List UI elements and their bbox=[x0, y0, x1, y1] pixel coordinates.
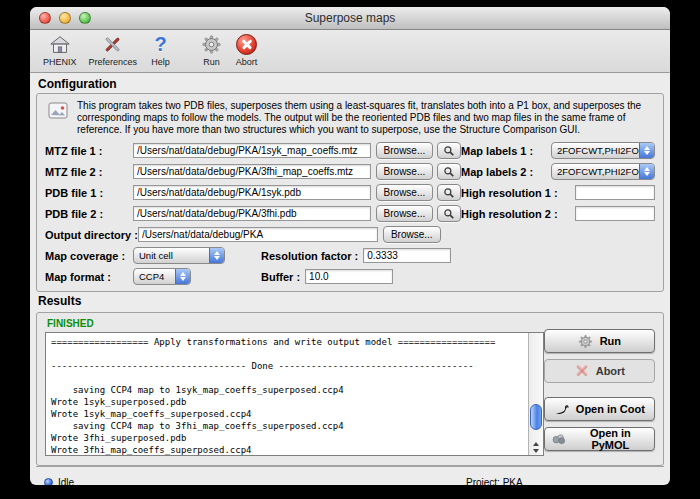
magnifier-icon bbox=[443, 187, 455, 199]
map-labels-2-label: Map labels 2 : bbox=[461, 166, 533, 178]
minimize-button[interactable] bbox=[59, 12, 71, 24]
console-scrollbar[interactable] bbox=[528, 333, 543, 455]
pdb-file-2-browse-button[interactable]: Browse... bbox=[376, 205, 434, 222]
map-labels-1-select[interactable]: 2FOFCWT,PHI2FOF... bbox=[551, 142, 655, 159]
status-indicator-icon bbox=[44, 478, 53, 486]
form-row-output-dir: Output directory : Browse... bbox=[45, 225, 655, 244]
output-directory-label: Output directory : bbox=[45, 229, 138, 241]
results-button-column: Run Abort Open in Coot bbox=[544, 317, 655, 457]
form-row-map-coverage: Map coverage : Unit cell Resolution fact… bbox=[45, 246, 655, 265]
toolbar: PHENIX Preferences ? Help bbox=[30, 30, 670, 73]
toolbar-label: Abort bbox=[236, 57, 258, 67]
magnifier-icon bbox=[443, 166, 455, 178]
preferences-icon bbox=[101, 33, 124, 56]
popup-value: 2FOFCWT,PHI2FOF... bbox=[552, 166, 639, 177]
scrollbar-arrows[interactable] bbox=[529, 442, 543, 453]
pdb-file-2-input[interactable] bbox=[133, 206, 371, 221]
mtz-file-2-browse-button[interactable]: Browse... bbox=[376, 163, 434, 180]
mtz-file-1-input[interactable] bbox=[133, 143, 371, 158]
scrollbar-thumb[interactable] bbox=[530, 404, 542, 430]
map-coverage-label: Map coverage : bbox=[45, 250, 133, 262]
high-resolution-2-group: High resolution 2 : bbox=[461, 206, 655, 221]
finished-status: FINISHED bbox=[47, 318, 544, 329]
magnifier-icon bbox=[443, 208, 455, 220]
form-row-pdb-2: PDB file 2 : Browse... High resolution 2… bbox=[45, 204, 655, 223]
high-resolution-1-label: High resolution 1 : bbox=[461, 187, 558, 199]
map-labels-2-select[interactable]: 2FOFCWT,PHI2FOF... bbox=[551, 163, 655, 180]
pdb-file-2-label: PDB file 2 : bbox=[45, 208, 133, 220]
program-description-row: This program takes two PDB files, superp… bbox=[47, 100, 655, 136]
console-output[interactable]: ================== Apply transformations… bbox=[46, 333, 543, 455]
traffic-lights bbox=[39, 12, 91, 24]
map-labels-1-label: Map labels 1 : bbox=[461, 145, 533, 157]
pdb-file-1-label: PDB file 1 : bbox=[45, 187, 133, 199]
toolbar-item-help[interactable]: ? Help bbox=[144, 32, 177, 68]
popup-arrows-icon bbox=[639, 164, 654, 179]
project-label: Project: PKA bbox=[466, 477, 523, 486]
high-resolution-2-label: High resolution 2 : bbox=[461, 208, 558, 220]
map-labels-1-group: Map labels 1 : 2FOFCWT,PHI2FOF... bbox=[461, 142, 655, 159]
toolbar-label: PHENIX bbox=[43, 57, 77, 67]
resolution-factor-input[interactable] bbox=[363, 248, 451, 263]
pdb-file-2-view-button[interactable] bbox=[437, 205, 461, 222]
toolbar-item-run[interactable]: Run bbox=[195, 32, 228, 68]
gear-icon bbox=[578, 333, 594, 349]
mtz-file-1-label: MTZ file 1 : bbox=[45, 145, 133, 157]
red-x-icon bbox=[574, 363, 590, 379]
mtz-file-2-input[interactable] bbox=[133, 164, 371, 179]
configuration-heading: Configuration bbox=[38, 77, 664, 91]
high-resolution-2-input[interactable] bbox=[575, 206, 655, 221]
toolbar-item-phenix[interactable]: PHENIX bbox=[38, 32, 82, 68]
output-directory-browse-button[interactable]: Browse... bbox=[383, 226, 441, 243]
run-button-label: Run bbox=[600, 335, 621, 347]
resolution-factor-label: Resolution factor : bbox=[261, 250, 358, 262]
window-title: Superpose maps bbox=[305, 11, 396, 25]
mtz-file-2-view-button[interactable] bbox=[437, 163, 461, 180]
close-button[interactable] bbox=[39, 12, 51, 24]
mtz-file-1-browse-button[interactable]: Browse... bbox=[376, 142, 434, 159]
zoom-button[interactable] bbox=[79, 12, 91, 24]
magnifier-icon bbox=[443, 145, 455, 157]
toolbar-item-preferences[interactable]: Preferences bbox=[84, 32, 143, 68]
app-window: Superpose maps PHENIX Preferences bbox=[30, 7, 670, 485]
results-panel: FINISHED ================== Apply transf… bbox=[36, 312, 664, 466]
buffer-label: Buffer : bbox=[261, 271, 300, 283]
toolbar-label: Run bbox=[203, 57, 220, 67]
high-resolution-1-group: High resolution 1 : bbox=[461, 185, 655, 200]
form-row-mtz-1: MTZ file 1 : Browse... Map labels 1 : 2F… bbox=[45, 141, 655, 160]
output-directory-input[interactable] bbox=[138, 227, 378, 242]
toolbar-label: Preferences bbox=[89, 57, 138, 67]
mtz-file-1-view-button[interactable] bbox=[437, 142, 461, 159]
popup-arrows-icon bbox=[639, 143, 654, 158]
form-row-pdb-1: PDB file 1 : Browse... High resolution 1… bbox=[45, 183, 655, 202]
open-in-pymol-button[interactable]: Open in PyMOL bbox=[544, 427, 655, 451]
abort-button[interactable]: Abort bbox=[544, 359, 655, 383]
map-format-select[interactable]: CCP4 bbox=[133, 268, 191, 285]
open-in-coot-button[interactable]: Open in Coot bbox=[544, 397, 655, 421]
run-button[interactable]: Run bbox=[544, 329, 655, 353]
title-bar[interactable]: Superpose maps bbox=[30, 7, 670, 30]
program-description: This program takes two PDB files, superp… bbox=[77, 100, 655, 136]
form-row-mtz-2: MTZ file 2 : Browse... Map labels 2 : 2F… bbox=[45, 162, 655, 181]
coot-bird-icon bbox=[554, 401, 570, 417]
window-content: Configuration This program takes two PDB… bbox=[30, 73, 670, 485]
buffer-input[interactable] bbox=[305, 269, 393, 284]
pdb-file-1-input[interactable] bbox=[133, 185, 371, 200]
toolbar-item-abort[interactable]: Abort bbox=[230, 32, 263, 68]
results-heading: Results bbox=[38, 294, 664, 308]
program-info-icon bbox=[47, 100, 69, 122]
popup-value: CCP4 bbox=[134, 271, 175, 282]
high-resolution-1-input[interactable] bbox=[575, 185, 655, 200]
open-in-coot-label: Open in Coot bbox=[576, 403, 645, 415]
popup-arrows-icon bbox=[209, 248, 224, 263]
pdb-file-1-view-button[interactable] bbox=[437, 184, 461, 201]
abort-icon bbox=[235, 33, 258, 56]
map-format-label: Map format : bbox=[45, 271, 133, 283]
pymol-icon bbox=[551, 431, 567, 447]
pdb-file-1-browse-button[interactable]: Browse... bbox=[376, 184, 434, 201]
map-coverage-select[interactable]: Unit cell bbox=[133, 247, 225, 264]
popup-value: 2FOFCWT,PHI2FOF... bbox=[552, 145, 639, 156]
console-output-area: ================== Apply transformations… bbox=[45, 332, 544, 456]
status-text: Idle bbox=[58, 477, 74, 486]
popup-arrows-icon bbox=[175, 269, 190, 284]
